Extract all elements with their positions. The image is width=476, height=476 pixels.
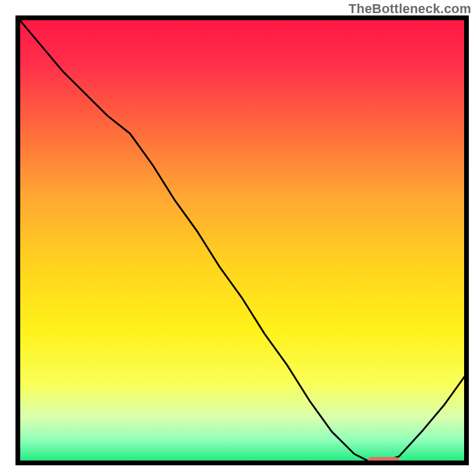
watermark-text: TheBottleneck.com bbox=[349, 1, 471, 17]
gradient-background bbox=[18, 18, 466, 463]
chart-container: TheBottleneck.com bbox=[0, 0, 476, 476]
bottleneck-chart bbox=[0, 0, 476, 476]
